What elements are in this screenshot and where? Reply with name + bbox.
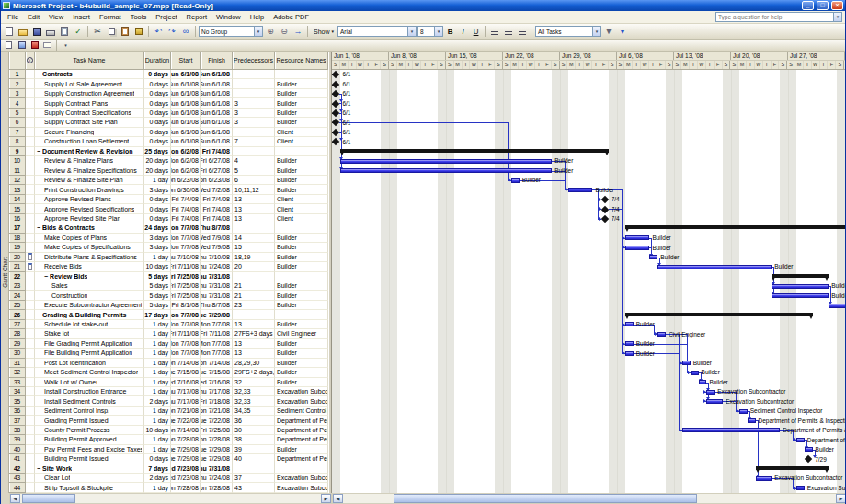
start-cell[interactable]: Tue 7/29/08 bbox=[171, 445, 201, 454]
task-name-cell[interactable]: Pay Permit Fees and Excise Taxes bbox=[35, 445, 144, 454]
task-name-cell[interactable]: Building Permit Approved bbox=[35, 435, 144, 444]
indicator-column-header[interactable]: i bbox=[26, 52, 35, 70]
indicator-cell[interactable] bbox=[26, 474, 35, 483]
indicator-cell[interactable] bbox=[26, 426, 35, 435]
row-number-cell[interactable]: 39 bbox=[9, 435, 26, 444]
indicator-cell[interactable] bbox=[26, 329, 35, 338]
row-number-cell[interactable]: 34 bbox=[9, 387, 26, 396]
menu-window[interactable]: Window bbox=[212, 13, 246, 21]
duration-cell[interactable]: 0 days bbox=[144, 89, 171, 98]
resource-names-cell[interactable]: Department of Permits & Inspections bbox=[275, 426, 328, 435]
open-icon[interactable] bbox=[17, 26, 29, 38]
zoom-out-icon[interactable]: ⊖ bbox=[278, 26, 291, 38]
finish-cell[interactable]: Thu 7/24/08 bbox=[201, 262, 233, 271]
finish-cell[interactable]: Sun 6/1/08 bbox=[201, 128, 233, 137]
start-cell[interactable]: Thu 7/17/08 bbox=[171, 387, 201, 396]
row-number-cell[interactable]: 8 bbox=[9, 137, 26, 146]
resource-names-cell[interactable] bbox=[275, 310, 328, 319]
start-cell[interactable]: Fri 7/11/08 bbox=[171, 329, 201, 338]
finish-cell[interactable]: Fri 7/4/08 bbox=[201, 214, 233, 223]
help-search-box[interactable]: ▾ bbox=[715, 12, 842, 22]
task-bar[interactable] bbox=[706, 399, 723, 404]
summary-bar[interactable] bbox=[756, 466, 829, 470]
resource-names-cell[interactable]: Builder bbox=[275, 118, 328, 127]
task-bar[interactable] bbox=[568, 188, 593, 192]
resource-names-cell[interactable]: Department of Permits & Inspections bbox=[275, 435, 328, 444]
predecessors-cell[interactable]: 13 bbox=[233, 214, 275, 223]
start-cell[interactable]: Tue 7/22/08 bbox=[171, 416, 201, 425]
go-to-task-icon[interactable]: → bbox=[292, 26, 304, 38]
duration-cell[interactable]: 20 days bbox=[144, 166, 171, 176]
chevron-down-icon[interactable]: ▾ bbox=[434, 27, 442, 36]
menu-help[interactable]: Help bbox=[246, 13, 269, 21]
indicator-cell[interactable] bbox=[26, 416, 35, 425]
resource-names-cell[interactable]: Builder bbox=[275, 368, 328, 377]
group-by-combo[interactable]: No Group ▾ bbox=[199, 26, 263, 37]
indicator-cell[interactable] bbox=[26, 98, 35, 108]
finish-cell[interactable]: Mon 7/7/08 bbox=[201, 320, 233, 329]
duration-cell[interactable]: 1 day bbox=[144, 349, 171, 358]
predecessors-cell[interactable] bbox=[233, 89, 275, 98]
predecessors-cell[interactable]: 20 bbox=[233, 262, 275, 271]
start-cell[interactable]: Mon 6/2/08 bbox=[171, 166, 201, 176]
scroll-left-icon[interactable]: ◀ bbox=[10, 494, 20, 503]
indicator-cell[interactable] bbox=[26, 214, 35, 223]
start-cell[interactable]: Mon 7/14/08 bbox=[171, 359, 201, 368]
finish-cell[interactable]: Fri 6/27/08 bbox=[201, 166, 233, 176]
row-number-cell[interactable]: 44 bbox=[9, 483, 26, 492]
start-cell[interactable]: Mon 7/7/08 bbox=[171, 223, 201, 233]
summary-bar[interactable] bbox=[340, 149, 609, 153]
resource-names-cell[interactable]: Client bbox=[275, 128, 328, 137]
chevron-down-icon[interactable]: ▾ bbox=[407, 27, 416, 36]
resource-names-cell[interactable]: Builder bbox=[275, 243, 328, 252]
finish-cell[interactable]: Wed 7/9/08 bbox=[201, 234, 233, 243]
task-bar[interactable] bbox=[748, 418, 756, 423]
row-number-cell[interactable]: 15 bbox=[9, 204, 26, 213]
task-name-cell[interactable]: Grading Permit Issued bbox=[35, 416, 144, 425]
save-icon[interactable] bbox=[30, 26, 43, 38]
indicator-cell[interactable] bbox=[26, 223, 35, 233]
start-cell[interactable]: Sun 6/1/08 bbox=[171, 118, 201, 127]
indicator-cell[interactable] bbox=[26, 262, 35, 271]
menu-project[interactable]: Project bbox=[151, 13, 181, 21]
finish-cell[interactable]: Mon 7/14/08 bbox=[201, 359, 233, 368]
finish-cell[interactable]: Sun 6/1/08 bbox=[201, 98, 233, 108]
predecessors-cell[interactable]: 4 bbox=[233, 156, 275, 166]
duration-cell[interactable]: 0 days bbox=[144, 137, 171, 146]
resource-names-cell[interactable]: Builder bbox=[275, 234, 328, 243]
scroll-right-icon[interactable]: ▶ bbox=[321, 494, 331, 503]
row-number-cell[interactable]: 12 bbox=[9, 176, 26, 185]
summary-bar[interactable] bbox=[625, 313, 813, 316]
start-cell[interactable]: Sun 6/1/08 bbox=[171, 89, 201, 98]
indicator-cell[interactable] bbox=[26, 310, 35, 319]
indicator-cell[interactable] bbox=[26, 128, 35, 137]
task-name-cell[interactable]: Review & Finalize Specifications bbox=[35, 166, 144, 176]
indicator-cell[interactable] bbox=[26, 89, 35, 98]
row-number-cell[interactable]: 7 bbox=[9, 128, 26, 137]
duration-cell[interactable]: 1 day bbox=[144, 378, 171, 387]
collapse-icon[interactable]: − bbox=[37, 148, 40, 155]
duration-cell[interactable]: 24 days bbox=[144, 223, 171, 233]
finish-cell[interactable]: Thu 7/10/08 bbox=[201, 253, 233, 262]
table-horizontal-scrollbar[interactable]: ◀ ▶ bbox=[9, 493, 332, 504]
task-name-cell[interactable]: County Permit Process bbox=[35, 426, 144, 435]
start-cell[interactable]: Fri 7/4/08 bbox=[171, 214, 201, 223]
predecessors-cell[interactable]: 29FS+2 days,28, bbox=[233, 368, 275, 377]
duration-cell[interactable]: 0 days bbox=[144, 454, 171, 464]
resource-names-cell[interactable]: Builder bbox=[275, 349, 328, 358]
predecessors-cell[interactable]: 5 bbox=[233, 166, 275, 176]
resource-names-cell[interactable]: Civil Engineer bbox=[275, 329, 328, 338]
resource-names-cell[interactable]: Builder bbox=[275, 166, 328, 176]
finish-cell[interactable]: Tue 7/29/08 bbox=[201, 310, 233, 319]
redo-icon[interactable]: ↷ bbox=[166, 26, 178, 38]
align-left-icon[interactable] bbox=[488, 26, 501, 38]
finish-cell[interactable]: Mon 7/21/08 bbox=[201, 407, 233, 416]
collapse-icon[interactable]: − bbox=[37, 312, 40, 318]
chevron-down-icon[interactable]: ▾ bbox=[592, 27, 600, 36]
task-name-cell[interactable]: −Grading & Building Permits bbox=[35, 310, 144, 319]
predecessors-cell[interactable]: 13 bbox=[233, 195, 275, 204]
task-bar[interactable] bbox=[805, 447, 813, 452]
row-number-cell[interactable]: 29 bbox=[9, 339, 26, 349]
row-number-cell[interactable]: 18 bbox=[9, 234, 26, 243]
start-cell[interactable]: Sun 6/1/08 bbox=[171, 128, 201, 137]
